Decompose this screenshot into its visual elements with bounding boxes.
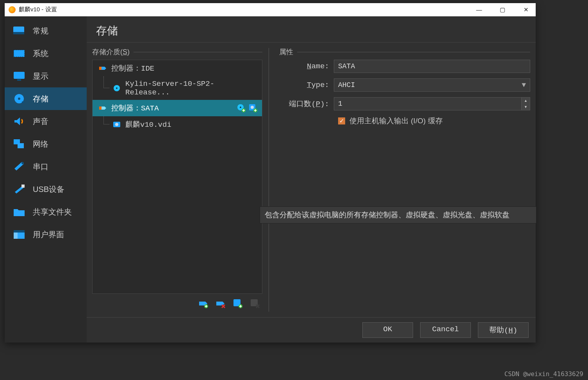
window-title: 麒麟v10 - 设置 — [19, 6, 57, 13]
svg-rect-1 — [13, 32, 24, 34]
storage-toolbar — [92, 294, 262, 313]
svg-point-19 — [240, 107, 241, 108]
io-cache-checkbox[interactable]: ✓ — [338, 117, 346, 125]
sidebar-item-label: 常规 — [33, 26, 48, 36]
add-attachment-button[interactable] — [232, 298, 244, 309]
controller-ide[interactable]: 控制器：IDE — [93, 60, 262, 76]
svg-rect-5 — [17, 79, 21, 81]
settings-sidebar: 常规 系统 显示 存储 — [5, 16, 87, 343]
sidebar-item-label: 串口 — [33, 162, 48, 172]
page-title: 存储 — [87, 16, 536, 43]
app-icon — [9, 6, 16, 13]
svg-point-25 — [115, 123, 118, 126]
usb-icon — [12, 183, 27, 196]
properties-header: 属性 — [279, 47, 293, 57]
ok-button[interactable]: OK — [362, 322, 413, 338]
svg-point-7 — [18, 98, 20, 100]
dialog-footer: OK Cancel 帮助(H) — [87, 317, 536, 343]
sidebar-item-shared[interactable]: 共享文件夹 — [5, 201, 87, 223]
general-icon — [12, 24, 27, 37]
settings-window: 麒麟v10 - 设置 — ▢ ✕ 常规 系统 — [5, 3, 536, 343]
controller-icon — [98, 64, 107, 73]
svg-point-11 — [21, 162, 24, 164]
help-button[interactable]: 帮助(H) — [478, 322, 529, 338]
titlebar[interactable]: 麒麟v10 - 设置 — ▢ ✕ — [5, 3, 536, 16]
name-label: Name: — [279, 62, 334, 71]
optical-disc-icon — [112, 84, 121, 92]
chevron-down-icon: ▼ — [522, 81, 526, 89]
sidebar-item-label: USB设备 — [33, 184, 64, 195]
ports-label: 端口数(P): — [279, 99, 334, 109]
svg-rect-14 — [14, 230, 25, 233]
svg-rect-15 — [14, 233, 18, 239]
tree-label: 麒麟v10.vdi — [125, 119, 171, 130]
svg-point-17 — [116, 87, 118, 89]
type-label: Type: — [279, 81, 334, 89]
svg-rect-2 — [14, 50, 25, 57]
sidebar-item-storage[interactable]: 存储 — [5, 87, 87, 110]
ports-step-up[interactable]: ▲ — [522, 98, 530, 104]
sidebar-item-network[interactable]: 网络 — [5, 133, 87, 155]
controller-sata[interactable]: 控制器：SATA — [93, 100, 262, 116]
sidebar-item-general[interactable]: 常规 — [5, 20, 87, 42]
serial-icon — [12, 160, 27, 173]
io-cache-label: 使用主机输入输出 (I/O) 缓存 — [349, 116, 443, 126]
close-button[interactable]: ✕ — [520, 6, 532, 13]
watermark: CSDN @weixin_41633629 — [504, 370, 583, 378]
controller-icon — [98, 104, 107, 112]
storage-icon — [12, 92, 27, 105]
cancel-button[interactable]: Cancel — [420, 322, 471, 338]
sidebar-item-system[interactable]: 系统 — [5, 42, 87, 65]
svg-point-22 — [251, 106, 254, 109]
type-value: AHCI — [338, 81, 355, 89]
svg-rect-10 — [18, 143, 24, 148]
sidebar-item-label: 共享文件夹 — [33, 207, 72, 217]
properties-column: 属性 Name: Type: AHCI — [271, 43, 536, 317]
svg-rect-12 — [21, 185, 25, 188]
display-icon — [12, 69, 27, 83]
device-iso[interactable]: Kylin-Server-10-SP2-Release... — [93, 76, 262, 100]
harddisk-icon — [112, 120, 121, 129]
system-icon — [12, 47, 27, 60]
tree-label: 控制器：IDE — [111, 63, 154, 73]
svg-rect-8 — [22, 101, 24, 103]
remove-controller-button[interactable] — [215, 298, 226, 309]
storage-page: 存储 存储介质(S) 控制器：IDE — [87, 16, 536, 343]
add-controller-button[interactable] — [198, 298, 209, 309]
device-vdi[interactable]: 麒麟v10.vdi — [93, 116, 262, 133]
storage-devices-column: 存储介质(S) 控制器：IDE — [87, 43, 266, 317]
storage-media-label: 存储介质(S) — [92, 47, 130, 57]
sidebar-item-label: 声音 — [33, 116, 48, 127]
sidebar-item-usb[interactable]: USB设备 — [5, 178, 87, 201]
ports-step-down[interactable]: ▼ — [522, 104, 530, 110]
audio-icon — [12, 115, 27, 128]
maximize-button[interactable]: ▢ — [497, 6, 508, 13]
svg-rect-4 — [14, 72, 25, 79]
storage-tree[interactable]: 控制器：IDE Kylin-Server-10-SP2-Release... — [92, 60, 262, 294]
name-input[interactable] — [334, 60, 530, 73]
sidebar-item-label: 系统 — [33, 48, 48, 59]
minimize-button[interactable]: — — [473, 6, 485, 13]
folder-icon — [12, 205, 27, 218]
network-icon — [12, 137, 27, 151]
sidebar-item-ui[interactable]: 用户界面 — [5, 223, 87, 246]
sidebar-item-label: 存储 — [33, 94, 48, 104]
add-disk-button[interactable] — [248, 103, 258, 113]
add-optical-button[interactable] — [236, 103, 246, 113]
sidebar-item-display[interactable]: 显示 — [5, 65, 87, 87]
sidebar-item-label: 用户界面 — [33, 229, 64, 240]
type-select[interactable]: AHCI ▼ — [334, 78, 530, 92]
sidebar-item-label: 网络 — [33, 139, 48, 149]
storage-tooltip: 包含分配给该虚拟电脑的所有存储控制器、虚拟硬盘、虚拟光盘、虚拟软盘 — [260, 206, 536, 224]
remove-attachment-button — [249, 298, 261, 309]
sidebar-item-label: 显示 — [33, 71, 48, 82]
ui-icon — [12, 228, 27, 241]
sidebar-item-serial[interactable]: 串口 — [5, 155, 87, 178]
sidebar-item-audio[interactable]: 声音 — [5, 110, 87, 133]
tree-label: 控制器：SATA — [111, 103, 159, 113]
ports-input[interactable] — [334, 97, 522, 110]
tree-label: Kylin-Server-10-SP2-Release... — [125, 80, 258, 97]
